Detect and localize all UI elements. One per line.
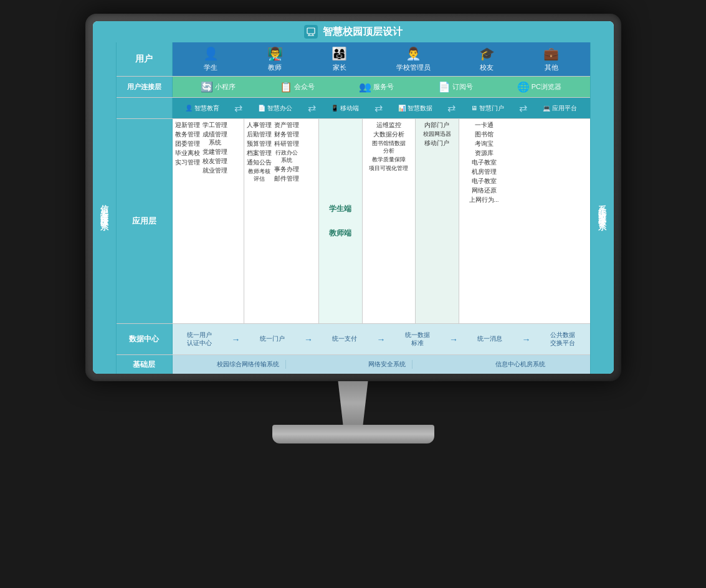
item-ops-monitor: 运维监控 bbox=[365, 121, 413, 130]
base-datacenter-room: 信息中心机房系统 bbox=[489, 360, 551, 369]
users-label: 用户 bbox=[117, 42, 173, 76]
user-admin: 👨‍💼 学校管理员 bbox=[396, 46, 431, 72]
base-network: 校园综合网络传输系统 bbox=[211, 360, 286, 369]
smart-office: 📄智慧办公 bbox=[258, 104, 292, 113]
mgmt-col-right: 学工管理 成绩管理系统 党建管理 校友管理 就业管理 bbox=[203, 121, 227, 321]
item-notice: 通知公告 bbox=[247, 159, 272, 167]
main-grid: 信息安全保障体系 用户 👤 学生 bbox=[93, 42, 614, 374]
monitor-stand-base bbox=[272, 425, 434, 443]
smart-items-area: 👤智慧教育 ⇄ 📄智慧办公 ⇄ 📱移动端 ⇄ bbox=[173, 98, 590, 118]
users-row: 用户 👤 学生 👨‍🏫 教师 bbox=[117, 42, 590, 77]
app-layer-label: 应用层 bbox=[117, 119, 173, 323]
item-academic: 教务管理 bbox=[175, 131, 200, 139]
item-budget: 预算管理 bbox=[247, 140, 272, 148]
item-logistics: 后勤管理 bbox=[247, 131, 272, 139]
item-student-affairs: 学工管理 bbox=[203, 121, 227, 130]
dc-arrow-4: → bbox=[449, 334, 458, 344]
conn-browser-label: PC浏览器 bbox=[532, 82, 561, 92]
conn-browser: 🌐 PC浏览器 bbox=[517, 81, 561, 93]
item-library-data: 图书馆情数据分析 bbox=[365, 140, 413, 155]
dc-exchange: 公共数据交换平台 bbox=[550, 331, 575, 348]
connection-row: 用户连接层 🔄 小程序 📋 会众号 bbox=[117, 77, 590, 98]
smart-row: 👤智慧教育 ⇄ 📄智慧办公 ⇄ 📱移动端 ⇄ bbox=[117, 98, 590, 119]
item-graduate: 毕业离校 bbox=[175, 149, 200, 158]
smart-data: 📊智慧数据 bbox=[398, 104, 432, 113]
item-career: 就业管理 bbox=[203, 167, 227, 175]
dc-message: 统一消息 bbox=[477, 335, 502, 343]
item-admin-sys: 行政办公系统 bbox=[274, 149, 299, 164]
item-intern: 实习管理 bbox=[175, 159, 200, 167]
smart-label bbox=[117, 98, 173, 118]
user-parent-label: 家长 bbox=[333, 63, 346, 72]
item-teacher-eval: 教师考核评估 bbox=[247, 168, 272, 183]
base-row: 基础层 校园综合网络传输系统 网络安全系统 信息中心机房系统 bbox=[117, 355, 590, 374]
dc-arrow-1: → bbox=[231, 334, 240, 344]
item-mobile-portal: 移动门户 bbox=[418, 140, 456, 148]
page-title: 智慧校园顶层设计 bbox=[323, 26, 403, 39]
title-bar: 智慧校园顶层设计 bbox=[93, 21, 614, 42]
app-col-student: 学生端 教师端 bbox=[319, 119, 363, 323]
conn-miniprogram-label: 小程序 bbox=[215, 82, 236, 92]
app-col-mgmt: 迎新管理 教务管理 团委管理 毕业离校 实习管理 学工管理 bbox=[173, 119, 244, 323]
item-archive: 档案管理 bbox=[247, 149, 272, 158]
item-student-end: 学生端 bbox=[329, 204, 351, 214]
center-area: 用户 👤 学生 👨‍🏫 教师 bbox=[117, 42, 590, 374]
smart-education: 👤智慧教育 bbox=[185, 104, 219, 113]
item-email: 邮件管理 bbox=[274, 175, 299, 183]
smart-portal: 🖥智慧门户 bbox=[471, 104, 504, 113]
smart-portal-label: 智慧门户 bbox=[479, 104, 504, 113]
app-layer-content: 迎新管理 教务管理 团委管理 毕业离校 实习管理 学工管理 bbox=[173, 119, 590, 323]
item-league: 团委管理 bbox=[175, 140, 200, 148]
smart-education-label: 智慧教育 bbox=[194, 104, 219, 113]
dc-payment: 统一支付 bbox=[332, 335, 357, 343]
conn-official: 📋 会众号 bbox=[280, 81, 315, 93]
user-student-label: 学生 bbox=[204, 63, 217, 72]
app-layer-row: 应用层 迎新管理 教务管理 团委管理 毕业离 bbox=[117, 119, 590, 324]
user-student: 👤 学生 bbox=[203, 46, 219, 72]
item-affairs: 事务办理 bbox=[274, 166, 299, 174]
conn-official-label: 会众号 bbox=[294, 82, 315, 92]
item-asset: 资产管理 bbox=[274, 121, 299, 130]
item-welcome: 迎新管理 bbox=[175, 121, 200, 130]
item-research: 科研管理 bbox=[274, 140, 299, 148]
item-library: 图书馆 bbox=[462, 131, 507, 139]
screen-content: 智慧校园顶层设计 信息安全保障体系 用户 👤 bbox=[93, 21, 614, 374]
item-teacher-end: 教师端 bbox=[329, 228, 351, 239]
item-resource: 资源库 bbox=[462, 149, 507, 158]
conn-subscribe: 📄 订阅号 bbox=[438, 81, 473, 93]
item-e-class2: 电子教室 bbox=[462, 178, 507, 186]
app-col-data: 运维监控 大数据分析 图书馆情数据分析 教学质量保障 项目可视化管理 bbox=[363, 119, 416, 323]
svg-rect-0 bbox=[307, 28, 315, 34]
item-network-restore: 网络还原 bbox=[462, 187, 507, 195]
app-col-platform: 一卡通 图书馆 考询宝 资源库 电子教室 机房管理 电子教室 网络还原 上网行为… bbox=[459, 119, 509, 323]
monitor-wrapper: 智慧校园顶层设计 信息安全保障体系 用户 👤 bbox=[73, 14, 634, 574]
left-sidebar: 信息安全保障体系 bbox=[93, 42, 117, 374]
conn-service-label: 服务号 bbox=[373, 82, 394, 92]
user-other: 💼 其他 bbox=[543, 46, 559, 72]
monitor-stand-neck bbox=[328, 381, 378, 425]
user-teacher-label: 教师 bbox=[268, 63, 282, 72]
app-col-portal: 内部门户 校园网迅器 移动门户 bbox=[416, 119, 459, 323]
smart-data-label: 智慧数据 bbox=[408, 104, 432, 113]
datacenter-label: 数据中心 bbox=[117, 324, 173, 354]
item-grade: 成绩管理系统 bbox=[203, 131, 227, 147]
smart-mobile-label: 移动端 bbox=[340, 104, 359, 113]
user-admin-label: 学校管理员 bbox=[396, 63, 431, 72]
dc-arrow-3: → bbox=[376, 334, 385, 344]
item-internet-behavior: 上网行为... bbox=[462, 196, 507, 204]
hr-col: 人事管理 后勤管理 预算管理 档案管理 通知公告 教师考核评估 bbox=[247, 121, 272, 321]
dc-data-standard: 统一数据标准 bbox=[405, 331, 430, 348]
item-quality: 教学质量保障 bbox=[365, 156, 413, 164]
item-alumni: 校友管理 bbox=[203, 158, 227, 166]
conn-service: 👥 服务号 bbox=[359, 81, 394, 93]
right-sidebar: 系统运维服务体系 bbox=[590, 42, 614, 374]
title-icon bbox=[304, 25, 318, 39]
dc-arrow-2: → bbox=[304, 334, 313, 344]
connection-items-area: 🔄 小程序 📋 会众号 👥 服务号 bbox=[173, 77, 590, 97]
base-label: 基础层 bbox=[117, 355, 173, 374]
users-icons-area: 👤 学生 👨‍🏫 教师 👨‍👩‍👧 家长 bbox=[173, 42, 590, 76]
smart-office-label: 智慧办公 bbox=[267, 104, 292, 113]
base-security: 网络安全系统 bbox=[362, 360, 413, 369]
smart-platform: 💻应用平台 bbox=[543, 104, 577, 113]
item-e-class: 电子教室 bbox=[462, 159, 507, 167]
